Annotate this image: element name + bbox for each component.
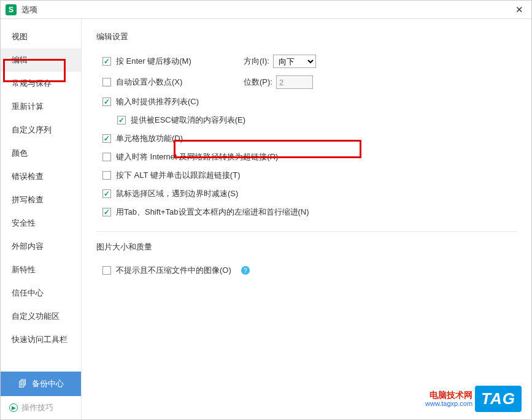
checkbox-auto-decimal[interactable] xyxy=(102,78,111,86)
label-recommend-list: 输入时提供推荐列表(C) xyxy=(116,96,199,107)
sidebar-item-quick-access[interactable]: 快速访问工具栏 xyxy=(1,328,81,351)
sidebar-item-security[interactable]: 安全性 xyxy=(1,212,81,235)
help-icon[interactable]: ? xyxy=(241,266,250,275)
sidebar-item-new-features[interactable]: 新特性 xyxy=(1,258,81,281)
checkbox-no-compress[interactable] xyxy=(102,266,111,275)
digits-input[interactable] xyxy=(276,75,313,89)
sidebar-item-custom-ribbon[interactable]: 自定义功能区 xyxy=(1,305,81,328)
document-icon: 🗐 xyxy=(18,379,27,389)
label-hyperlink-convert: 键入时将 Internet 及网络路径转换为超链接(R) xyxy=(116,151,278,162)
sidebar: 视图 编辑 常规与保存 重新计算 自定义序列 颜色 错误检查 拼写检查 安全性 … xyxy=(1,19,82,419)
sidebar-item-label: 错误检查 xyxy=(12,172,44,181)
sidebar-item-recalc[interactable]: 重新计算 xyxy=(1,95,81,118)
label-cell-drag: 单元格拖放功能(D) xyxy=(116,133,183,144)
backup-label: 备份中心 xyxy=(32,378,64,389)
sidebar-item-general-save[interactable]: 常规与保存 xyxy=(1,72,81,95)
label-enter-move: 按 Enter 键后移动(M) xyxy=(116,56,191,67)
watermark-tag: TAG xyxy=(475,386,522,412)
checkbox-tab-indent[interactable] xyxy=(102,208,111,216)
sidebar-item-label: 编辑 xyxy=(12,55,28,64)
watermark-url: www.tagxp.com xyxy=(425,400,472,407)
label-tab-indent: 用Tab、Shift+Tab设置文本框内的左缩进和首行缩进(N) xyxy=(116,207,309,218)
sidebar-item-view[interactable]: 视图 xyxy=(1,25,81,48)
checkbox-esc-list[interactable] xyxy=(117,116,126,124)
tips-label: 操作技巧 xyxy=(21,402,53,413)
checkbox-cell-drag[interactable] xyxy=(102,134,111,143)
sidebar-item-color[interactable]: 颜色 xyxy=(1,142,81,165)
sidebar-item-error-check[interactable]: 错误检查 xyxy=(1,165,81,188)
sidebar-item-label: 安全性 xyxy=(12,218,36,227)
tips-link[interactable]: ▶ 操作技巧 xyxy=(1,396,81,419)
sidebar-item-label: 常规与保存 xyxy=(12,78,52,88)
sidebar-item-label: 快速访问工具栏 xyxy=(12,335,67,344)
sidebar-item-label: 视图 xyxy=(12,32,28,41)
content-panel: 编辑设置 按 Enter 键后移动(M) 方向(I): 向下 自动设置小数点(X… xyxy=(82,19,531,419)
checkbox-enter-move[interactable] xyxy=(102,57,111,66)
sidebar-item-label: 新特性 xyxy=(12,265,36,274)
sidebar-item-edit[interactable]: 编辑 xyxy=(1,48,81,72)
checkbox-hyperlink-convert[interactable] xyxy=(102,153,111,161)
sidebar-item-label: 外部内容 xyxy=(12,242,44,251)
play-icon: ▶ xyxy=(9,403,18,412)
sidebar-item-external[interactable]: 外部内容 xyxy=(1,235,81,258)
close-button[interactable]: ✕ xyxy=(512,2,526,17)
watermark-title: 电脑技术网 xyxy=(425,391,472,400)
label-mouse-slow: 鼠标选择区域，遇到边界时减速(S) xyxy=(116,188,238,199)
label-no-compress: 不提示且不压缩文件中的图像(O) xyxy=(116,265,231,276)
sidebar-item-spell-check[interactable]: 拼写检查 xyxy=(1,188,81,212)
label-digits: 位数(P): xyxy=(244,77,272,88)
app-icon: S xyxy=(6,4,17,15)
checkbox-alt-follow[interactable] xyxy=(102,171,111,180)
sidebar-item-custom-lists[interactable]: 自定义序列 xyxy=(1,118,81,142)
sidebar-item-label: 自定义功能区 xyxy=(12,311,60,321)
sidebar-item-label: 重新计算 xyxy=(12,102,44,111)
window-title: 选项 xyxy=(21,4,512,15)
sidebar-item-label: 拼写检查 xyxy=(12,195,44,204)
titlebar: S 选项 ✕ xyxy=(1,1,531,19)
watermark: 电脑技术网 www.tagxp.com TAG xyxy=(425,386,522,412)
label-esc-list: 提供被ESC键取消的内容列表(E) xyxy=(131,115,245,126)
sidebar-item-trust-center[interactable]: 信任中心 xyxy=(1,281,81,305)
direction-select[interactable]: 向下 xyxy=(273,55,316,68)
sidebar-item-label: 信任中心 xyxy=(12,288,44,297)
sidebar-item-label: 颜色 xyxy=(12,148,28,158)
backup-center-button[interactable]: 🗐 备份中心 xyxy=(1,372,81,396)
sidebar-item-label: 自定义序列 xyxy=(12,125,52,134)
checkbox-recommend-list[interactable] xyxy=(102,97,111,106)
section-title-image: 图片大小和质量 xyxy=(96,242,517,253)
checkbox-mouse-slow[interactable] xyxy=(102,189,111,198)
label-direction: 方向(I): xyxy=(244,56,269,67)
section-title-edit: 编辑设置 xyxy=(96,31,517,42)
label-alt-follow: 按下 ALT 键并单击以跟踪超链接(T) xyxy=(116,170,240,181)
label-auto-decimal: 自动设置小数点(X) xyxy=(116,77,182,88)
